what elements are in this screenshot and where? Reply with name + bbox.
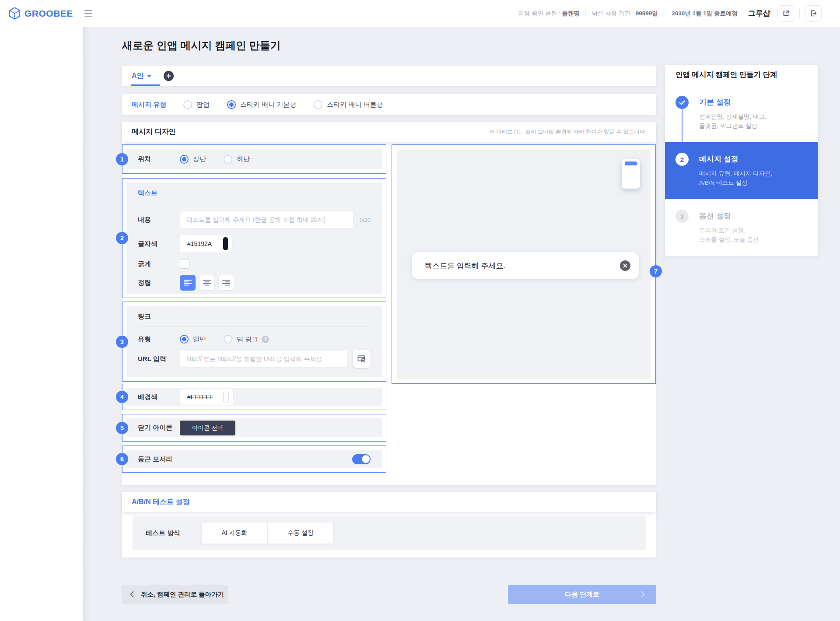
plus-icon [166,74,171,78]
abn-test-card: A/B/N 테스트 설정 테스트 방식 AI 자동화 수동 설정 [122,492,656,558]
background-color-swatch[interactable] [223,391,229,403]
align-right-icon [222,280,230,286]
help-question-icon[interactable]: ? [262,336,269,343]
step-basic-settings[interactable]: 기본 설정 캠페인명, 상세설명, 태그, 플랫폼, 세그먼트 설정 [665,85,818,142]
section-number-badge: 3 [116,336,128,348]
text-color-swatch[interactable] [223,237,228,250]
external-link-icon [782,10,790,17]
chevron-right-icon [641,591,645,597]
phone-position-thumbnail[interactable] [622,159,640,189]
divider: | [585,10,587,17]
abn-option-manual[interactable]: 수동 설정 [268,523,333,544]
next-step-button[interactable]: 다음 단계로 [508,585,656,604]
select-icon-button[interactable]: 아이콘 선택 [180,421,235,435]
radio-label: 스티키 배너 버튼형 [327,101,383,109]
radio-label: 일반 [193,335,206,344]
background-row: 배경색 [126,388,382,406]
rounded-corner-toggle-on[interactable] [352,454,371,464]
step-connector-line [682,109,682,142]
step-option-settings[interactable]: 3 옵션 설정 트리거 조건 설정, 스케줄 설정, 노출 옵션 [665,199,818,256]
radio-label: 딥 링크 [237,335,258,344]
tab-variant-a[interactable]: A안 [122,66,158,86]
bold-checkbox[interactable] [180,259,189,269]
preview-banner[interactable]: 텍스트를 입력해 주세요. [412,252,639,279]
close-icon-row: 닫기 아이콘 아이콘 선택 [126,418,382,437]
message-type-option-sticky-basic[interactable]: 스티키 배너 기본형 [227,100,296,109]
text-section-body: 텍스트 내용 0/20 글자색 굵게 [126,182,382,294]
step-description: 메시지 유형, 메시지 디자인, A/B/N 테스트 설정 [699,169,772,188]
link-type-row: 유형 일반 딥 링크 ? [138,335,371,344]
step-done-check-icon [676,96,689,109]
expiry-info: 2030년 1월 1일 종료예정 [670,10,738,18]
next-button-label: 다음 단계로 [565,590,599,599]
open-workspace-button[interactable] [777,5,794,22]
design-card-header: 메시지 디자인 ※ 미리보기는 실제 모바일 환경에 따라 차이가 있을 수 있… [122,122,656,142]
step-body: 기본 설정 캠페인명, 상세설명, 태그, 플랫폼, 세그먼트 설정 [699,96,766,142]
align-right-button[interactable] [218,275,234,291]
align-left-button[interactable] [180,275,196,291]
text-align-row: 정렬 [138,275,371,291]
rounded-corner-label: 둥근 모서리 [138,455,172,463]
background-color-picker[interactable] [180,389,234,405]
abn-method-label: 테스트 방식 [146,529,197,537]
logout-button[interactable] [805,5,822,22]
text-content-input[interactable] [180,211,354,228]
align-center-button[interactable] [199,275,215,291]
section-number-badge: 4 [116,391,128,403]
radio-label: 하단 [237,155,250,163]
menu-hamburger-icon[interactable] [84,10,92,17]
groobee-logo[interactable]: GROOBEE [9,7,73,20]
abn-method-row: 테스트 방식 AI 자동화 수동 설정 [133,516,646,550]
link-type-option-normal[interactable]: 일반 [180,335,206,344]
link-type-option-deeplink[interactable]: 딥 링크 ? [224,335,269,344]
chevron-down-icon [147,75,151,77]
align-label: 정렬 [138,279,180,287]
text-bold-row: 굵게 [138,259,371,269]
sidebar-shadow [83,27,90,621]
step-title: 기본 설정 [699,96,766,109]
url-check-button[interactable] [353,350,371,368]
bold-label: 굵게 [138,260,180,268]
text-content-row: 내용 0/20 [138,211,371,228]
text-color-input[interactable] [186,240,223,248]
plan-label: 이용 중인 플랜 : [518,10,560,18]
message-type-option-sticky-button[interactable]: 스티키 배너 버튼형 [314,100,383,109]
step-message-settings[interactable]: 2 메시지 설정 메시지 유형, 메시지 디자인, A/B/N 테스트 설정 [665,142,818,199]
align-center-icon [203,280,211,286]
section-close-icon: 5 닫기 아이콘 아이콘 선택 [122,414,386,442]
section-number-badge: 2 [116,232,128,244]
position-option-top[interactable]: 상단 [180,155,206,164]
position-row: 위치 상단 하단 [126,149,382,169]
left-sidebar [0,27,83,621]
usage-info: 남은 사용 기간 :99999일 [592,10,658,18]
position-option-bottom[interactable]: 하단 [224,155,250,164]
radio-label: 상단 [193,155,206,163]
radio-selected-icon [180,335,189,344]
url-label: URL 입력 [138,355,180,363]
banner-position-indicator [625,161,637,165]
char-counter: 0/20 [360,217,371,223]
chevron-left-icon [130,591,134,597]
message-type-option-popup[interactable]: 팝업 [183,100,210,109]
abn-option-ai-auto[interactable]: AI 자동화 [202,523,268,544]
section-number-badge: 6 [116,453,128,465]
abn-title: A/B/N 테스트 설정 [132,498,189,507]
divider [799,9,800,18]
radio-label: 팝업 [196,101,210,109]
abn-method-segmented-control: AI 자동화 수동 설정 [202,523,333,544]
radio-unselected-icon [224,155,232,164]
text-color-picker[interactable] [180,235,233,253]
preview-note: ※ 미리보기는 실제 모바일 환경에 따라 차이가 있을 수 있습니다. [489,128,647,136]
close-icon-label: 닫기 아이콘 [138,424,180,432]
add-variant-button[interactable] [164,71,174,81]
preview-banner-close-button[interactable] [620,260,630,271]
url-input[interactable] [180,350,348,368]
message-design-card: 메시지 디자인 ※ 미리보기는 실제 모바일 환경에 따라 차이가 있을 수 있… [122,122,656,485]
background-color-input[interactable] [186,393,223,401]
cancel-button[interactable]: 취소, 캠페인 관리로 돌아가기 [122,585,228,604]
close-icon [623,263,627,268]
groobee-hexagon-icon [9,7,21,20]
position-label: 위치 [138,155,180,163]
radio-label: 스티키 배너 기본형 [240,101,296,109]
step-title: 메시지 설정 [699,153,772,166]
